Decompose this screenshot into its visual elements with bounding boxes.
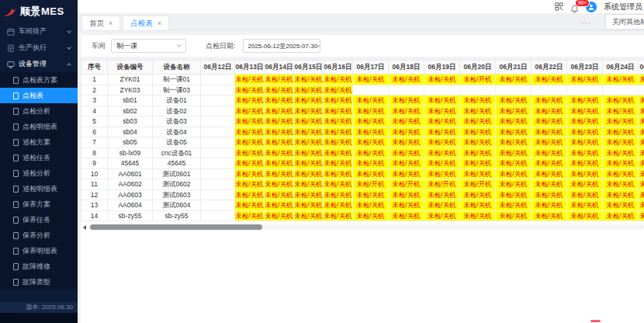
status-cell[interactable]: 未检/关机 (567, 158, 603, 169)
status-cell[interactable]: 未检/关机 (603, 168, 639, 179)
status-cell[interactable]: 未检/关机 (603, 148, 639, 158)
status-cell[interactable]: 未检/关机 (294, 96, 324, 106)
status-cell[interactable]: 未检/关机 (496, 168, 531, 179)
status-cell[interactable]: 未检/关机 (294, 179, 324, 190)
status-cell[interactable] (567, 85, 603, 96)
status-cell[interactable]: 未检/关机 (603, 127, 639, 137)
sidebar-subitem-1[interactable]: 点检表方案 (0, 72, 78, 88)
status-cell[interactable] (201, 210, 235, 221)
current-user-name[interactable]: 系统管理员 (604, 2, 642, 12)
status-cell[interactable]: 未检/关机 (639, 116, 644, 127)
status-cell[interactable]: 未检/关机 (639, 106, 644, 116)
horizontal-scrollbar[interactable] (81, 224, 644, 230)
status-cell[interactable]: 未检/关机 (294, 75, 324, 85)
status-cell[interactable]: 未检/关机 (324, 137, 353, 148)
status-cell[interactable] (603, 85, 639, 96)
status-cell[interactable]: 未检/关机 (324, 127, 353, 137)
status-cell[interactable]: 未检/关机 (324, 106, 353, 116)
status-cell[interactable]: 未检/关机 (389, 75, 424, 85)
status-cell[interactable]: 未检/关机 (531, 116, 567, 127)
status-cell[interactable]: 未检/关机 (639, 210, 644, 221)
status-cell[interactable]: 未检/关机 (639, 127, 644, 137)
status-cell[interactable]: 未检/关机 (424, 75, 460, 85)
status-cell[interactable]: 未检/关机 (324, 179, 353, 190)
status-cell[interactable] (389, 85, 424, 96)
status-cell[interactable]: 未检/关机 (567, 189, 603, 200)
status-cell[interactable]: 未检/关机 (294, 189, 324, 200)
status-cell[interactable]: 未检/关机 (496, 189, 531, 200)
status-cell[interactable]: 未检/关机 (603, 210, 639, 221)
status-cell[interactable]: 未检/关机 (294, 210, 324, 221)
status-cell[interactable]: 未检/关机 (531, 210, 567, 221)
status-cell[interactable]: 未检/关机 (353, 210, 389, 221)
status-cell[interactable]: 未检/关机 (324, 158, 353, 169)
status-cell[interactable]: 未检/关机 (460, 148, 496, 158)
status-cell[interactable]: 未检/关机 (496, 106, 531, 116)
status-cell[interactable]: 未检/关机 (531, 189, 567, 200)
sidebar-subitem-11[interactable]: 保养分析 (0, 227, 78, 243)
sidebar-subitem-2[interactable]: 点检表 (0, 88, 78, 103)
status-cell[interactable]: 未检/关机 (424, 158, 460, 169)
status-cell[interactable]: 未检/关机 (603, 96, 639, 106)
status-cell[interactable]: 未检/关机 (603, 158, 639, 169)
status-cell[interactable] (639, 85, 644, 96)
status-cell[interactable]: 未检/开机 (389, 179, 424, 190)
status-cell[interactable] (531, 85, 567, 96)
status-cell[interactable]: 未检/关机 (639, 137, 644, 148)
status-cell[interactable]: 未检/关机 (235, 85, 265, 96)
status-cell[interactable]: 未检/关机 (460, 158, 496, 169)
sidebar-subitem-4[interactable]: 点检明细表 (0, 119, 78, 134)
status-cell[interactable]: 未检/关机 (496, 116, 531, 127)
status-cell[interactable]: 未检/关机 (324, 189, 353, 200)
status-cell[interactable]: 未检/关机 (531, 179, 567, 190)
status-cell[interactable]: 未检/关机 (424, 168, 460, 179)
status-cell[interactable] (460, 85, 496, 96)
status-cell[interactable]: 未检/关机 (265, 158, 294, 169)
status-cell[interactable]: 未检/关机 (496, 137, 531, 148)
status-cell[interactable]: 未检/关机 (531, 148, 567, 158)
status-cell[interactable] (496, 85, 531, 96)
sidebar-subitem-13[interactable]: 故障维修 (0, 259, 78, 274)
sidebar-subitem-8[interactable]: 巡检明细表 (0, 181, 78, 196)
status-cell[interactable]: 未检/关机 (353, 106, 389, 116)
sidebar-subitem-12[interactable]: 保养明细表 (0, 243, 78, 259)
status-cell[interactable]: 未检/关机 (235, 106, 265, 116)
status-cell[interactable]: 未检/关机 (265, 85, 294, 96)
status-cell[interactable]: 未检/关机 (235, 179, 265, 190)
status-cell[interactable] (201, 179, 235, 190)
status-cell[interactable]: 未检/关机 (567, 116, 603, 127)
scroll-left-arrow-icon[interactable] (83, 225, 86, 230)
status-cell[interactable]: 未检/关机 (235, 158, 265, 169)
status-cell[interactable]: 未检/关机 (265, 189, 294, 200)
status-cell[interactable]: 未检/关机 (353, 127, 389, 137)
status-cell[interactable]: 未检/关机 (389, 96, 424, 106)
sidebar-collapse-strip[interactable] (0, 313, 78, 323)
scrollbar-track[interactable] (88, 224, 644, 230)
close-other-tabs-button[interactable]: 关闭其他标签页 (605, 14, 644, 30)
sidebar-subitem-9[interactable]: 保养方案 (0, 196, 78, 212)
status-cell[interactable]: 未检/关机 (567, 200, 603, 211)
status-cell[interactable]: 未检/关机 (567, 127, 603, 137)
status-cell[interactable]: 未检/关机 (496, 210, 531, 221)
status-cell[interactable]: 未检/关机 (424, 127, 460, 137)
status-cell[interactable]: 未检/关机 (265, 137, 294, 148)
status-cell[interactable]: 未检/关机 (567, 168, 603, 179)
status-cell[interactable]: 未检/关机 (567, 210, 603, 221)
tab-overflow-menu[interactable]: ··· (581, 19, 591, 27)
status-cell[interactable]: 未检/关机 (460, 189, 496, 200)
status-cell[interactable]: 未检/关机 (265, 210, 294, 221)
status-cell[interactable] (201, 75, 235, 85)
status-cell[interactable]: 未检/关机 (424, 148, 460, 158)
status-cell[interactable]: 未检/关机 (235, 127, 265, 137)
status-cell[interactable]: 未检/关机 (531, 168, 567, 179)
status-cell[interactable]: 未检/关机 (639, 75, 644, 85)
status-cell[interactable]: 未检/关机 (603, 106, 639, 116)
status-cell[interactable]: 未检/关机 (294, 85, 324, 96)
status-cell[interactable]: 未检/关机 (353, 116, 389, 127)
status-cell[interactable]: 未检/关机 (460, 96, 496, 106)
status-cell[interactable]: 未检/关机 (531, 137, 567, 148)
status-cell[interactable]: 未检/开机 (353, 179, 389, 190)
status-cell[interactable] (201, 158, 235, 169)
status-cell[interactable] (201, 106, 235, 116)
status-cell[interactable]: 未检/开机 (424, 179, 460, 190)
